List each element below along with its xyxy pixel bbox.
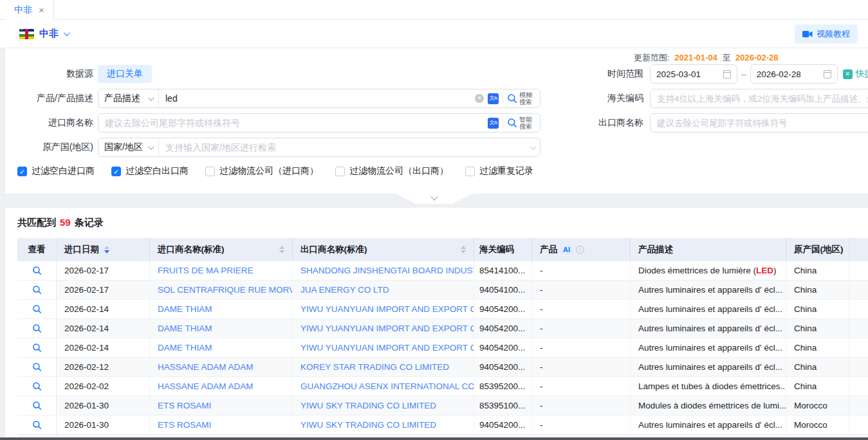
origin-cell: China [786, 319, 849, 338]
exporter-link[interactable]: KOREY STAR TRADING CO LIMITED [300, 362, 449, 372]
import-date-cell: 2026-02-17 [57, 280, 150, 300]
tab-zhongfei[interactable]: 中非 × [5, 0, 54, 20]
importer-link[interactable]: SOL CENTRAFRIQUE RUE MORVAN BAT OF... [158, 285, 293, 295]
hs-code-input-group [650, 89, 868, 108]
product-label: 产品/产品描述 [5, 93, 93, 104]
origin-type-select[interactable]: 国家/地区 [98, 138, 159, 156]
origin-cell: China [786, 300, 849, 319]
table-body: 2026-02-17FRUITS DE MA PRIERESHANDONG JI… [17, 261, 868, 435]
tab-label: 中非 [14, 5, 32, 16]
description-cell: Lampes et tubes à diodes émettrices... [631, 377, 786, 396]
importer-link[interactable]: HASSANE ADAM ADAM [158, 362, 254, 372]
filter-checkbox[interactable]: ✓过滤空白出口商 [111, 165, 189, 177]
view-details-button[interactable] [32, 304, 42, 314]
import-date-cell: 2026-02-12 [57, 358, 150, 377]
exporter-link[interactable]: JUA ENERGY CO LTD [300, 285, 389, 295]
fuzzy-search-button[interactable]: 模糊搜索 [507, 91, 535, 105]
importer-link[interactable]: DAME THIAM [158, 324, 212, 333]
date-from-input-group[interactable] [650, 64, 737, 84]
date-to-input[interactable] [757, 69, 812, 79]
view-details-icon [32, 343, 42, 353]
product-cell: - [532, 261, 631, 280]
importer-link[interactable]: HASSANE ADAM ADAM [158, 381, 254, 391]
country-name[interactable]: 中非 [39, 28, 59, 40]
tab-close-icon[interactable]: × [39, 5, 44, 15]
data-source-import-declaration-button[interactable]: 进口关单 [98, 65, 152, 83]
view-details-button[interactable] [32, 324, 42, 333]
video-tutorial-button[interactable]: 视频教程 [795, 24, 858, 44]
checkbox-icon[interactable] [205, 167, 215, 176]
chevron-down-icon[interactable] [64, 30, 70, 36]
view-details-button[interactable] [32, 285, 42, 295]
view-details-icon [32, 420, 42, 430]
central-african-republic-flag-icon [19, 29, 34, 39]
importer-link[interactable]: ETS ROSAMI [158, 401, 211, 410]
table-row: 2026-02-12HASSANE ADAM ADAMKOREY STAR TR… [17, 358, 868, 377]
origin-cell: China [786, 358, 849, 377]
translate-icon[interactable]: 文A [488, 93, 499, 104]
date-from-input[interactable] [656, 69, 712, 79]
exporter-link[interactable]: YIWU SKY TRADING CO LIMITED [300, 420, 436, 430]
exporter-row: 出口商名称 [569, 113, 868, 133]
importer-link[interactable]: ETS ROSAMI [158, 420, 211, 430]
filter-checkbox[interactable]: 过滤物流公司（出口商） [335, 165, 448, 177]
exporter-link[interactable]: YIWU YUANYUAN IMPORT AND EXPORT C... [300, 343, 474, 353]
date-to-input-group[interactable] [750, 64, 838, 84]
quick-select-button[interactable]: 快捷选择 [843, 68, 868, 80]
checkbox-label: 过滤重复记录 [479, 165, 533, 177]
view-details-button[interactable] [32, 381, 42, 391]
checkbox-icon[interactable]: ✓ [17, 167, 27, 176]
exporter-link[interactable]: GUANGZHOU ASENX INTERNATIONAL CO ... [300, 381, 474, 391]
product-cell: - [532, 319, 631, 338]
sort-exporter[interactable] [461, 246, 466, 253]
importer-input[interactable] [105, 118, 484, 128]
importer-link[interactable]: FRUITS DE MA PRIERE [158, 266, 254, 275]
smart-search-button[interactable]: 智能搜索 [507, 116, 535, 130]
table-row: 2026-02-17FRUITS DE MA PRIERESHANDONG JI… [17, 261, 868, 280]
exporter-link[interactable]: SHANDONG JINSHENGTAI BOARD INDUST... [300, 266, 474, 275]
collapse-panel-button[interactable] [396, 194, 473, 204]
sort-importer[interactable] [279, 246, 284, 253]
exporter-link[interactable]: YIWU YUANYUAN IMPORT AND EXPORT C... [300, 304, 474, 314]
checkbox-label: 过滤物流公司（出口商） [349, 165, 448, 177]
horizontal-scrollbar[interactable] [0, 437, 868, 440]
origin-input[interactable] [165, 142, 526, 152]
view-cell [17, 338, 57, 358]
exporter-link[interactable]: YIWU YUANYUAN IMPORT AND EXPORT C... [300, 324, 474, 333]
import-date-cell: 2026-02-17 [57, 261, 150, 280]
exporter-link[interactable]: YIWU SKY TRADING CO LIMITED [300, 401, 436, 410]
exporter-input[interactable] [657, 118, 868, 128]
translate-icon[interactable]: 文A [488, 118, 499, 129]
country-header: 中非 视频教程 [0, 20, 868, 48]
table-row: 2026-02-17SOL CENTRAFRIQUE RUE MORVAN BA… [17, 280, 868, 300]
view-details-button[interactable] [32, 266, 42, 275]
importer-link[interactable]: DAME THIAM [158, 343, 212, 353]
checkbox-icon[interactable] [335, 167, 345, 176]
info-icon[interactable]: i [576, 246, 584, 254]
search-form-panel: 更新范围: 2021-01-04 至 2026-02-28 数据源 进口关单 产… [5, 48, 868, 194]
origin-cell: China [786, 338, 849, 358]
product-input[interactable] [165, 93, 471, 104]
product-type-select[interactable]: 产品描述 [98, 89, 159, 107]
view-details-button[interactable] [32, 362, 42, 372]
extra-cell [849, 319, 868, 338]
table-row: 2026-02-14DAME THIAMYIWU YUANYUAN IMPORT… [17, 319, 868, 338]
checkbox-icon[interactable] [465, 167, 475, 176]
filter-checkbox[interactable]: ✓过滤空白进口商 [17, 165, 95, 177]
filter-checkbox[interactable]: 过滤重复记录 [465, 165, 533, 177]
view-details-button[interactable] [32, 343, 42, 353]
column-description: 产品描述 [631, 238, 786, 261]
importer-link[interactable]: DAME THIAM [158, 304, 212, 314]
view-details-button[interactable] [32, 401, 42, 410]
chevron-down-icon [530, 143, 537, 150]
filter-checkbox[interactable]: 过滤物流公司（进口商） [205, 165, 319, 177]
extra-cell [849, 280, 868, 300]
table-row: 2026-02-02HASSANE ADAM ADAMGUANGZHOU ASE… [17, 377, 868, 396]
hs-code-input[interactable] [657, 94, 868, 104]
sort-import-date[interactable] [104, 246, 109, 253]
view-details-button[interactable] [32, 420, 42, 430]
results-table: 查看 进口日期 进口商名称(标准) 出口商名称(标准) 海关编码 产品 AI i… [17, 238, 868, 440]
clear-input-icon[interactable]: × [475, 94, 484, 103]
checkbox-icon[interactable]: ✓ [111, 167, 121, 176]
origin-select-group: 国家/地区 [98, 138, 540, 157]
